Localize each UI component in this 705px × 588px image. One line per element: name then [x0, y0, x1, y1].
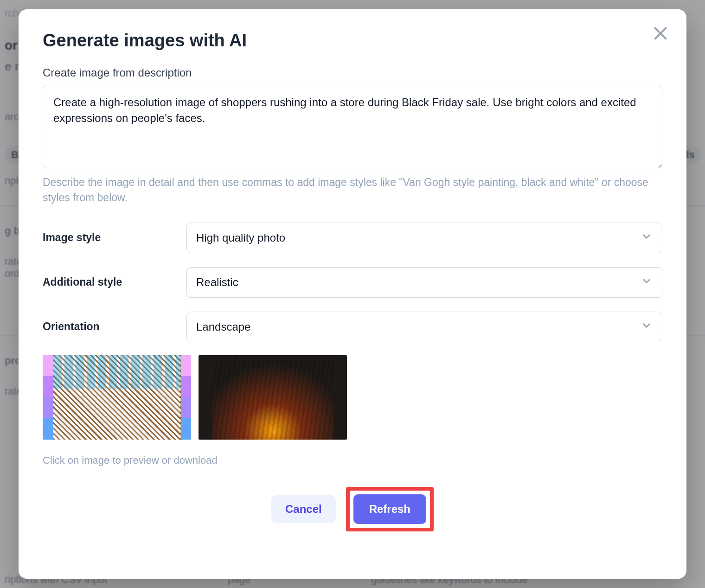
- orientation-label: Orientation: [43, 320, 186, 333]
- description-input[interactable]: [43, 85, 662, 168]
- generate-image-modal: Generate images with AI Create image fro…: [19, 9, 686, 579]
- modal-title: Generate images with AI: [43, 31, 662, 51]
- generated-thumbnails: [43, 355, 662, 440]
- preview-hint: Click on image to preview or download: [43, 454, 662, 467]
- additional-style-label: Additional style: [43, 276, 186, 288]
- close-icon[interactable]: [651, 24, 670, 43]
- description-hint: Describe the image in detail and then us…: [43, 175, 662, 206]
- cancel-button[interactable]: Cancel: [271, 495, 336, 523]
- orientation-value: Landscape: [196, 320, 250, 333]
- refresh-button[interactable]: Refresh: [353, 494, 426, 524]
- refresh-highlight-box: Refresh: [346, 487, 434, 531]
- orientation-select[interactable]: Landscape: [186, 312, 662, 342]
- image-style-select[interactable]: High quality photo: [186, 223, 662, 253]
- generated-image-1[interactable]: [43, 355, 191, 440]
- chevron-down-icon: [641, 275, 653, 290]
- additional-style-value: Realistic: [196, 276, 238, 289]
- additional-style-select[interactable]: Realistic: [186, 267, 662, 298]
- description-label: Create image from description: [43, 66, 662, 79]
- generated-image-2[interactable]: [199, 355, 347, 440]
- modal-actions: Cancel Refresh: [43, 487, 662, 531]
- image-style-value: High quality photo: [196, 231, 285, 244]
- image-style-label: Image style: [43, 231, 186, 244]
- chevron-down-icon: [641, 230, 653, 245]
- chevron-down-icon: [641, 320, 653, 334]
